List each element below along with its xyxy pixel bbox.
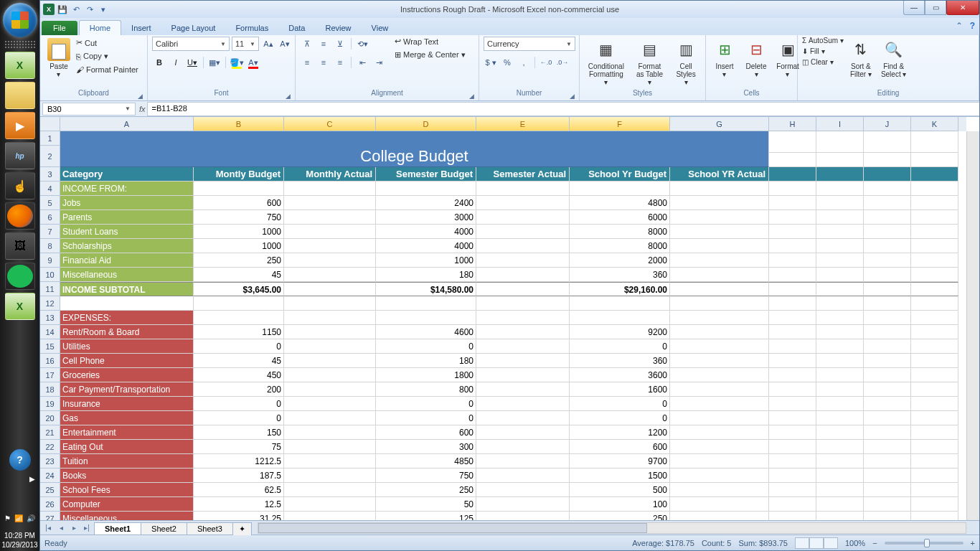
cell[interactable]	[284, 440, 376, 454]
cell[interactable]: 0	[376, 339, 476, 354]
cell[interactable]: 12.5	[194, 497, 284, 512]
sheet-tab-3[interactable]: Sheet3	[187, 522, 233, 534]
cell[interactable]: School YR Actual	[670, 167, 769, 182]
cell[interactable]: 0	[194, 397, 284, 411]
taskbar-media-icon[interactable]: ▶	[5, 112, 35, 139]
cell[interactable]	[769, 512, 816, 520]
cell[interactable]	[816, 268, 864, 282]
row-header-27[interactable]: 27	[40, 512, 60, 520]
cell[interactable]	[570, 311, 670, 325]
spreadsheet-grid[interactable]: ABCDEFGHIJK 1234567891011121314151617181…	[40, 117, 979, 520]
sheet-nav-next[interactable]: ▸	[67, 524, 80, 532]
cell[interactable]	[911, 210, 958, 225]
cell[interactable]	[769, 454, 816, 468]
cell[interactable]	[670, 497, 769, 512]
autosum-button[interactable]: Σ AutoSum ▾	[802, 37, 844, 44]
cell[interactable]	[769, 339, 816, 354]
cell[interactable]	[476, 311, 570, 325]
cell[interactable]: 360	[570, 354, 670, 368]
cell[interactable]: Computer	[60, 497, 194, 512]
cell[interactable]	[284, 497, 376, 512]
delete-cells-button[interactable]: ⊟Delete ▾	[742, 37, 771, 80]
row-header-13[interactable]: 13	[40, 311, 60, 325]
cell[interactable]	[476, 497, 570, 512]
cell[interactable]: INCOME SUBTOTAL	[60, 282, 194, 296]
cell[interactable]: College Budget	[60, 146, 769, 167]
currency-button[interactable]: $ ▾	[484, 55, 498, 70]
cell[interactable]: 1200	[570, 425, 670, 440]
cell[interactable]: 75	[194, 440, 284, 454]
italic-button[interactable]: I	[169, 55, 183, 70]
cell[interactable]	[476, 325, 570, 339]
cell[interactable]	[769, 397, 816, 411]
cell[interactable]: Rent/Room & Board	[60, 325, 194, 339]
ribbon-minimize-icon[interactable]: ⌃	[956, 21, 963, 31]
cell[interactable]	[476, 196, 570, 210]
cell[interactable]	[284, 268, 376, 282]
align-left-button[interactable]: ≡	[300, 55, 314, 70]
alignment-dialog-icon[interactable]: ◢	[469, 93, 474, 100]
cell[interactable]: 600	[570, 440, 670, 454]
font-color-button[interactable]: A▾	[246, 55, 260, 70]
cell[interactable]	[670, 239, 769, 253]
cell[interactable]: 45	[194, 268, 284, 282]
fx-icon[interactable]: fx	[139, 105, 146, 113]
cell[interactable]	[911, 311, 958, 325]
comma-button[interactable]: ,	[517, 55, 531, 70]
taskbar-chevron-icon[interactable]: ▶	[0, 475, 39, 483]
cell[interactable]	[769, 440, 816, 454]
cell[interactable]: 0	[194, 339, 284, 354]
cell[interactable]	[670, 253, 769, 268]
orientation-button[interactable]: ⟲▾	[355, 37, 369, 51]
cell[interactable]: Montly Budget	[194, 167, 284, 182]
conditional-formatting-button[interactable]: ▦Conditional Formatting ▾	[584, 37, 628, 88]
cell[interactable]	[864, 483, 911, 497]
cell[interactable]	[476, 296, 570, 311]
row-header-6[interactable]: 6	[40, 210, 60, 225]
cell[interactable]	[670, 440, 769, 454]
cell[interactable]	[816, 440, 864, 454]
cell[interactable]	[911, 483, 958, 497]
cell[interactable]	[284, 253, 376, 268]
cell[interactable]: 300	[376, 440, 476, 454]
row-header-4[interactable]: 4	[40, 182, 60, 196]
cell[interactable]	[284, 397, 376, 411]
row-header-21[interactable]: 21	[40, 425, 60, 440]
new-sheet-button[interactable]: ✦	[232, 522, 252, 535]
cell[interactable]: 4000	[376, 239, 476, 253]
increase-indent-button[interactable]: ⇥	[372, 55, 386, 70]
cell[interactable]	[864, 167, 911, 182]
cell[interactable]: Monthly Actual	[284, 167, 376, 182]
cell[interactable]	[911, 282, 958, 296]
taskbar-spotify-icon[interactable]	[5, 263, 35, 290]
view-normal-button[interactable]	[795, 537, 809, 549]
cell[interactable]	[284, 382, 376, 397]
cell[interactable]	[769, 354, 816, 368]
cell[interactable]	[476, 454, 570, 468]
cell[interactable]	[864, 325, 911, 339]
cell[interactable]	[864, 225, 911, 239]
cell[interactable]	[476, 225, 570, 239]
cell[interactable]: 360	[570, 268, 670, 282]
cell[interactable]	[284, 368, 376, 382]
cell[interactable]	[911, 182, 958, 196]
merge-center-button[interactable]: ⊞ Merge & Center ▾	[395, 50, 475, 60]
cell[interactable]	[864, 354, 911, 368]
cell[interactable]	[284, 512, 376, 520]
cell[interactable]	[769, 225, 816, 239]
cell[interactable]	[864, 182, 911, 196]
qat-customize-icon[interactable]: ▾	[98, 4, 109, 15]
cell[interactable]	[769, 146, 816, 167]
col-header-J[interactable]: J	[864, 117, 911, 131]
cell[interactable]	[816, 196, 864, 210]
fill-button[interactable]: ⬇ Fill ▾	[802, 47, 844, 55]
tab-view[interactable]: View	[362, 21, 399, 35]
row-header-8[interactable]: 8	[40, 239, 60, 253]
row-header-17[interactable]: 17	[40, 368, 60, 382]
row-header-18[interactable]: 18	[40, 382, 60, 397]
cell[interactable]	[911, 268, 958, 282]
cell[interactable]: 600	[376, 425, 476, 440]
taskbar-hp-icon[interactable]: hp	[5, 142, 35, 169]
cell[interactable]	[864, 440, 911, 454]
cell[interactable]: 1600	[570, 382, 670, 397]
